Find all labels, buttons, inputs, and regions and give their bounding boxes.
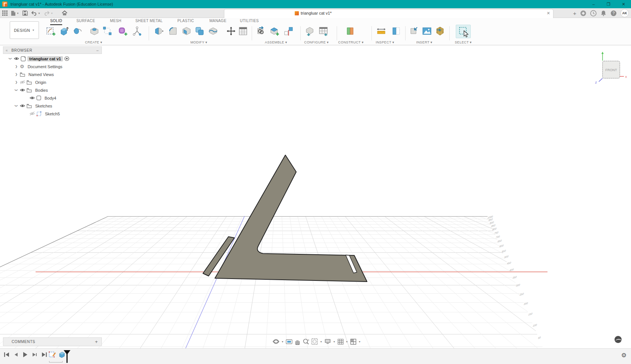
browser-row-triangluar-cat-v1[interactable]: ❯triangluar cat v1 — [3, 55, 102, 63]
pan-hand-icon[interactable] — [294, 339, 301, 345]
ribbon-tab-utilities[interactable]: UTILITIES — [240, 19, 259, 24]
group-label-assemble[interactable]: ASSEMBLE ▾ — [265, 40, 287, 44]
browser-item-label[interactable]: triangluar cat v1 — [27, 56, 63, 61]
orbit-caret-icon[interactable]: ▼ — [281, 340, 284, 343]
browser-row-named-views[interactable]: ❯Named Views — [3, 70, 102, 78]
group-label-configure[interactable]: CONFIGURE ▾ — [304, 40, 328, 44]
visibility-eye-icon[interactable] — [30, 96, 35, 100]
ribbon-tab-manage[interactable]: MANAGE — [209, 19, 227, 24]
minimize-button[interactable]: – — [586, 0, 601, 8]
viewports-caret-icon[interactable]: ▼ — [358, 340, 361, 343]
timeline-playhead[interactable] — [63, 350, 71, 363]
timeline-go-end-icon[interactable] — [42, 352, 47, 357]
restore-button[interactable]: ❐ — [601, 0, 616, 8]
job-status-icon[interactable] — [590, 10, 597, 16]
joint-icon[interactable] — [283, 26, 293, 36]
timeline-step-forward-icon[interactable] — [32, 352, 37, 357]
expander-icon[interactable]: ❯ — [14, 73, 18, 76]
browser-row-body4[interactable]: Body4 — [3, 94, 102, 102]
browser-item-label[interactable]: Sketch5 — [43, 111, 62, 116]
browser-minimize-icon[interactable]: – — [96, 48, 98, 52]
change-parameters-icon[interactable] — [238, 26, 248, 36]
expander-icon[interactable]: ❯ — [14, 65, 18, 68]
browser-row-document-settings[interactable]: ❯⚙Document Settings — [3, 63, 102, 70]
new-component-icon[interactable] — [270, 26, 279, 36]
close-button[interactable]: ✕ — [616, 0, 631, 8]
zoom-icon[interactable]: ± — [303, 338, 309, 345]
ribbon-tab-mesh[interactable]: MESH — [110, 19, 122, 24]
browser-collapse-icon[interactable]: « — [6, 48, 8, 52]
browser-row-sketches[interactable]: ❯Sketches — [3, 102, 102, 110]
fit-icon[interactable] — [311, 338, 318, 345]
group-label-construct[interactable]: CONSTRUCT ▾ — [338, 40, 364, 44]
configuration-table-icon[interactable] — [319, 26, 328, 36]
expander-icon[interactable]: ❯ — [14, 81, 18, 84]
generative-design-icon[interactable] — [132, 26, 142, 36]
browser-item-label[interactable]: Bodies — [33, 88, 50, 93]
orbit-icon[interactable] — [273, 338, 279, 345]
timeline-settings-gear-icon[interactable]: ⚙ — [621, 352, 627, 359]
browser-item-label[interactable]: Named Views — [27, 72, 56, 77]
visibility-eye-icon[interactable] — [20, 104, 25, 108]
app-grid-icon[interactable] — [2, 10, 7, 16]
document-tab-close-icon[interactable]: ✕ — [547, 11, 550, 16]
timeline-play-icon[interactable] — [22, 352, 28, 358]
combine-icon[interactable] — [195, 26, 204, 36]
add-comment-button[interactable]: + — [95, 339, 98, 345]
viewcube-face-label[interactable]: FRONT — [606, 68, 617, 72]
browser-row-origin[interactable]: ❯Origin — [3, 78, 102, 86]
browser-item-label[interactable]: Document Settings — [26, 64, 64, 69]
browser-item-label[interactable]: Sketches — [33, 103, 54, 109]
browser-item-label[interactable]: Origin — [33, 80, 48, 85]
activate-radio-icon[interactable] — [64, 56, 69, 61]
model-body[interactable] — [215, 155, 367, 282]
browser-item-label[interactable]: Body4 — [43, 95, 58, 101]
create-sketch-icon[interactable] — [46, 26, 56, 36]
grid-caret-icon[interactable]: ▼ — [346, 340, 348, 343]
timeline-sketch-feature[interactable] — [49, 351, 56, 358]
extrude-icon[interactable] — [59, 26, 69, 36]
expander-icon[interactable]: ❯ — [9, 57, 12, 61]
insert-derive-icon[interactable] — [409, 26, 419, 36]
ribbon-tab-surface[interactable]: SURFACE — [76, 19, 95, 24]
browser-panel-header[interactable]: « BROWSER – — [3, 46, 102, 54]
timeline-step-back-icon[interactable] — [13, 352, 18, 357]
revolve-icon[interactable] — [73, 26, 82, 36]
hole-icon[interactable] — [90, 26, 99, 36]
configure-icon[interactable] — [305, 26, 315, 36]
look-at-icon[interactable] — [286, 339, 292, 345]
browser-row-sketch5[interactable]: Sketch5 — [3, 110, 102, 118]
move-icon[interactable] — [226, 26, 236, 36]
visibility-eye-icon[interactable] — [14, 57, 19, 61]
timeline-go-start-icon[interactable] — [4, 352, 9, 357]
ribbon-tab-plastic[interactable]: PLASTIC — [178, 19, 194, 24]
expander-icon[interactable]: ❯ — [15, 88, 18, 92]
document-tab[interactable]: triangluar cat v1* ✕ — [224, 9, 553, 18]
extensions-icon[interactable] — [580, 10, 586, 16]
insert-mesh-icon[interactable] — [435, 26, 445, 36]
press-pull-icon[interactable] — [154, 26, 164, 36]
display-caret-icon[interactable]: ▼ — [333, 340, 336, 343]
viewcube[interactable]: FRONT X Z — [594, 47, 631, 84]
status-ball-icon[interactable] — [615, 336, 622, 343]
section-analysis-icon[interactable] — [391, 26, 401, 36]
group-label-modify[interactable]: MODIFY ▾ — [190, 40, 207, 44]
viewports-icon[interactable] — [350, 339, 357, 345]
sketch-dimension-icon[interactable] — [103, 26, 112, 36]
help-icon[interactable]: ? — [610, 10, 617, 16]
canvas-image-icon[interactable] — [422, 26, 432, 36]
notifications-bell-icon[interactable] — [600, 10, 607, 16]
measure-icon[interactable] — [376, 26, 386, 36]
group-label-insert[interactable]: INSERT ▾ — [416, 40, 433, 44]
fit-caret-icon[interactable]: ▼ — [320, 340, 322, 343]
grid-layout-icon[interactable] — [337, 339, 344, 345]
new-tab-button[interactable]: + — [573, 10, 576, 16]
expander-icon[interactable]: ❯ — [15, 104, 18, 108]
file-menu-icon[interactable]: ▼ — [11, 10, 19, 16]
display-settings-icon[interactable] — [324, 339, 331, 345]
redo-icon[interactable]: ▼ — [44, 11, 53, 16]
undo-icon[interactable]: ▼ — [31, 11, 40, 16]
workspace-selector[interactable]: DESIGN ▼ — [10, 21, 39, 39]
fillet-icon[interactable] — [168, 26, 178, 36]
form-icon[interactable] — [118, 26, 128, 36]
